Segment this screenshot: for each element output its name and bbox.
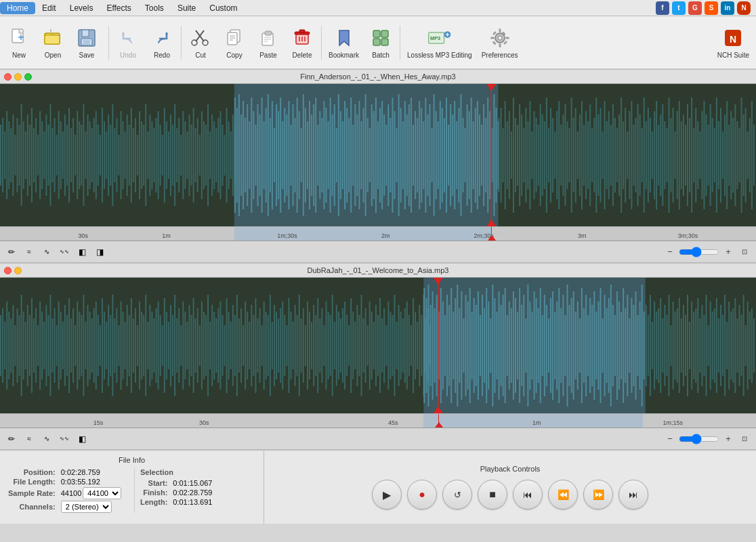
svg-rect-157 xyxy=(217,118,219,192)
svg-rect-82 xyxy=(62,131,64,179)
svg-rect-365 xyxy=(644,98,645,213)
bookmark-button[interactable]: Bookmark xyxy=(324,20,363,66)
svg-rect-533 xyxy=(228,312,230,379)
menu-edit[interactable]: Edit xyxy=(35,2,63,14)
track2-timeline[interactable]: 15s 30s 45s 1m 1m;15s xyxy=(0,413,756,428)
copy-button[interactable]: Copy xyxy=(218,20,251,66)
svg-rect-355 xyxy=(623,121,624,189)
record-button[interactable]: ● xyxy=(407,480,437,509)
svg-rect-119 xyxy=(139,111,140,199)
tool-wave3[interactable]: ∿∿ xyxy=(57,245,72,259)
cut-button[interactable]: Cut xyxy=(184,20,217,66)
zoom2-slider[interactable] xyxy=(679,436,719,442)
menu-tools[interactable]: Tools xyxy=(138,2,171,14)
track2-waveform[interactable] xyxy=(0,278,756,413)
svg-rect-482 xyxy=(123,312,124,379)
channels-select[interactable]: 2 (Stereo) 1 (Mono) xyxy=(61,501,112,513)
nch-icon[interactable]: N xyxy=(737,1,751,15)
lossless-button[interactable]: MP3 Lossless MP3 Editing xyxy=(403,20,476,66)
soundcloud-icon[interactable]: S xyxy=(705,1,718,15)
file-length-label: File Length: xyxy=(8,478,56,486)
menu-levels[interactable]: Levels xyxy=(63,2,100,14)
preferences-button[interactable]: Preferences xyxy=(478,20,522,66)
stop-button[interactable]: ■ xyxy=(478,480,507,509)
zoom-in-btn[interactable]: + xyxy=(721,245,736,259)
track1-minimize-button[interactable] xyxy=(14,73,22,81)
svg-rect-764 xyxy=(697,298,698,393)
track1-expand-button[interactable] xyxy=(24,73,32,81)
tool-align-right[interactable]: ◨ xyxy=(92,245,107,259)
rewind-button[interactable]: ⏪ xyxy=(548,480,578,509)
track2-close-button[interactable] xyxy=(4,267,12,274)
zoom-slider[interactable] xyxy=(679,249,719,255)
tool2-wave1[interactable]: ≈ xyxy=(22,432,37,446)
track2-minimize-button[interactable] xyxy=(14,267,22,274)
svg-rect-512 xyxy=(184,312,186,379)
svg-rect-309 xyxy=(527,121,528,189)
menu-suite[interactable]: Suite xyxy=(171,2,203,14)
track1-waveform[interactable]: // This will be replaced by actual SVG b… xyxy=(0,84,756,226)
tool-wave2[interactable]: ∿ xyxy=(39,245,54,259)
svg-rect-162 xyxy=(228,121,230,189)
menu-effects[interactable]: Effects xyxy=(100,2,138,14)
svg-rect-707 xyxy=(579,318,581,373)
tool2-wave2[interactable]: ∿ xyxy=(39,432,54,446)
tool2-align-left[interactable]: ◧ xyxy=(75,432,89,446)
paste-button[interactable]: Paste xyxy=(252,20,285,66)
svg-rect-326 xyxy=(562,114,564,196)
tool2-pencil[interactable]: ✏ xyxy=(4,432,19,446)
sample-rate-select[interactable]: 44100 22050 48000 xyxy=(83,487,121,499)
skip-start-button[interactable]: ⏮ xyxy=(513,480,543,509)
svg-rect-500 xyxy=(160,315,161,376)
tool-wave1[interactable]: ≈ xyxy=(22,245,37,259)
google-plus-icon[interactable]: G xyxy=(688,1,702,15)
svg-rect-408 xyxy=(732,118,734,192)
zoom-fit-btn[interactable]: ⊡ xyxy=(737,245,752,259)
tool2-wave3[interactable]: ∿∿ xyxy=(57,432,72,446)
svg-rect-595 xyxy=(356,305,358,386)
track1-timeline[interactable]: 30s 1m 1m;30s 2m 2m;30s 3m 3m;30s xyxy=(0,226,756,241)
svg-rect-178 xyxy=(257,104,258,206)
new-button[interactable]: New xyxy=(3,20,35,66)
linkedin-icon[interactable]: in xyxy=(721,1,734,15)
tool-pencil[interactable]: ✏ xyxy=(4,245,19,259)
svg-rect-686 xyxy=(536,298,537,393)
loop-button[interactable]: ↺ xyxy=(442,480,472,509)
svg-rect-134 xyxy=(170,114,171,196)
fast-forward-button[interactable]: ⏩ xyxy=(583,480,613,509)
batch-button[interactable]: Batch xyxy=(364,20,397,66)
svg-rect-538 xyxy=(238,318,240,373)
finish-value: 0:02:28.759 xyxy=(173,488,255,497)
zoom2-in-btn[interactable]: + xyxy=(721,432,736,446)
svg-rect-373 xyxy=(660,114,661,196)
svg-rect-445 xyxy=(45,305,47,386)
svg-rect-171 xyxy=(243,101,244,209)
svg-rect-226 xyxy=(356,114,358,196)
svg-rect-105 xyxy=(110,125,111,186)
svg-rect-701 xyxy=(566,285,568,406)
twitter-icon[interactable]: t xyxy=(672,1,686,15)
svg-rect-511 xyxy=(182,301,184,390)
tool-align-left[interactable]: ◧ xyxy=(75,245,89,259)
svg-rect-771 xyxy=(712,312,713,379)
zoom-out-btn[interactable]: − xyxy=(663,245,677,259)
save-button[interactable]: Save xyxy=(70,20,103,66)
undo-button[interactable]: Undo xyxy=(112,20,144,66)
delete-button[interactable]: Delete xyxy=(286,20,318,66)
open-button[interactable]: Open xyxy=(37,20,69,66)
play-button[interactable]: ▶ xyxy=(372,480,402,509)
zoom2-fit-btn[interactable]: ⊡ xyxy=(737,432,752,446)
track1-close-button[interactable] xyxy=(4,73,12,81)
nch-suite-button[interactable]: N NCH Suite xyxy=(713,20,753,66)
menu-custom[interactable]: Custom xyxy=(203,2,244,14)
svg-rect-790 xyxy=(751,308,753,383)
open-icon xyxy=(41,26,65,50)
zoom2-out-btn[interactable]: − xyxy=(663,432,677,446)
skip-end-button[interactable]: ⏭ xyxy=(618,480,648,509)
facebook-icon[interactable]: f xyxy=(656,1,669,15)
svg-rect-481 xyxy=(120,301,121,390)
redo-button[interactable]: Redo xyxy=(146,20,178,66)
svg-rect-572 xyxy=(309,312,310,379)
svg-rect-688 xyxy=(540,288,541,403)
menu-home[interactable]: Home xyxy=(0,2,35,14)
